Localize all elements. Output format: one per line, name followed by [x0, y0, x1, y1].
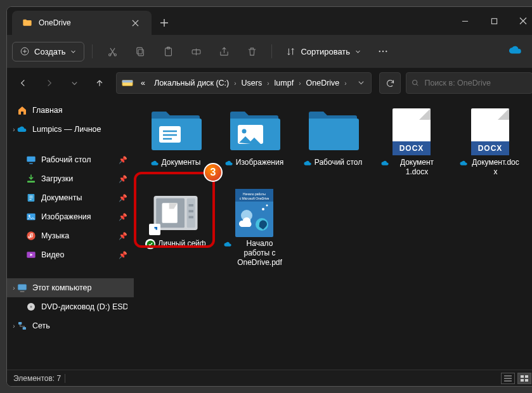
- sidebar-home[interactable]: Главная: [7, 101, 134, 120]
- chevron-right-icon[interactable]: ›: [10, 285, 18, 292]
- sync-ok-icon: [145, 239, 155, 249]
- svg-text:Начало работы: Начало работы: [243, 192, 266, 196]
- view-details-button[interactable]: [501, 373, 515, 384]
- breadcrumb-seg[interactable]: Users: [238, 76, 266, 90]
- svg-point-14: [413, 80, 417, 84]
- nav-up-button[interactable]: [88, 72, 111, 94]
- search-box[interactable]: [406, 72, 532, 94]
- pin-icon: 📌: [119, 251, 127, 259]
- desktop-icon: [26, 155, 36, 165]
- folder-icon: [22, 18, 32, 28]
- sidebar-network[interactable]: › Сеть: [7, 316, 134, 335]
- chevron-right-icon[interactable]: ›: [10, 323, 18, 330]
- chevron-right-icon[interactable]: ›: [234, 80, 236, 87]
- breadcrumb-seg[interactable]: Локальный диск (C:): [150, 76, 233, 90]
- content-pane[interactable]: Документы Изображения: [134, 98, 532, 370]
- folder-documents[interactable]: Документы: [145, 110, 206, 177]
- sidebar-this-pc[interactable]: › Этот компьютер: [7, 278, 134, 297]
- onedrive-status-icon[interactable]: [509, 43, 522, 60]
- cloud-status-icon: [224, 240, 232, 248]
- titlebar: OneDrive: [7, 7, 532, 35]
- chevron-right-icon[interactable]: ›: [299, 80, 301, 87]
- pc-icon: [17, 283, 27, 293]
- file-docx-1[interactable]: DOCX Документ 1.docx: [381, 110, 442, 177]
- videos-icon: [26, 250, 36, 260]
- docx-icon: DOCX: [385, 110, 438, 154]
- tab-close-button[interactable]: [126, 14, 144, 32]
- chevron-right-icon[interactable]: ›: [10, 126, 18, 133]
- view-large-icons-button[interactable]: [517, 373, 531, 384]
- chevron-right-icon[interactable]: ›: [267, 80, 269, 87]
- cloud-status-icon: [381, 159, 389, 167]
- item-label: Личный сейф: [158, 239, 205, 248]
- share-button[interactable]: [212, 41, 236, 62]
- folder-desktop[interactable]: Рабочий стол: [302, 110, 363, 177]
- search-input[interactable]: [424, 79, 527, 87]
- chevron-down-icon: [355, 49, 361, 55]
- minimize-button[interactable]: [450, 7, 479, 35]
- safe-icon: [149, 191, 202, 235]
- svg-rect-16: [27, 181, 35, 183]
- file-docx-2[interactable]: DOCX Документ.docx: [460, 110, 521, 177]
- new-button[interactable]: Создать: [12, 42, 84, 61]
- rename-button[interactable]: [184, 41, 208, 62]
- sidebar-label: Музыка: [41, 231, 69, 240]
- svg-rect-27: [23, 327, 26, 330]
- sidebar-documents[interactable]: Документы 📌: [7, 188, 134, 207]
- chevron-right-icon[interactable]: ›: [344, 80, 346, 87]
- explorer-window: OneDrive Создать Сортирова: [6, 6, 532, 387]
- sidebar-downloads[interactable]: Загрузки 📌: [7, 169, 134, 188]
- sidebar-music[interactable]: Музыка 📌: [7, 226, 134, 245]
- more-button[interactable]: [371, 41, 395, 62]
- copy-button[interactable]: [128, 41, 152, 62]
- breadcrumb-seg[interactable]: lumpf: [271, 76, 298, 90]
- file-personal-vault[interactable]: Личный сейф: [145, 191, 206, 267]
- pin-icon: 📌: [119, 175, 127, 183]
- search-icon: [412, 79, 419, 87]
- downloads-icon: [26, 174, 36, 184]
- home-icon: [17, 105, 27, 115]
- refresh-button[interactable]: [379, 72, 401, 94]
- sidebar-onedrive[interactable]: › Lumpics — Личное: [7, 120, 134, 139]
- new-tab-button[interactable]: [152, 11, 177, 35]
- delete-button[interactable]: [240, 41, 264, 62]
- folder-icon: [306, 110, 360, 154]
- close-button[interactable]: [509, 7, 532, 35]
- file-grid: Документы Изображения: [145, 110, 526, 267]
- sort-button[interactable]: Сортировать: [280, 43, 367, 60]
- maximize-button[interactable]: [479, 7, 509, 35]
- svg-point-19: [29, 215, 30, 217]
- svg-rect-48: [525, 375, 528, 378]
- annotation-badge: 3: [204, 163, 223, 182]
- sidebar-label: Главная: [32, 106, 63, 115]
- svg-point-9: [379, 51, 380, 52]
- breadcrumb-seg[interactable]: OneDrive: [302, 76, 344, 90]
- cut-button[interactable]: [100, 41, 124, 62]
- body: Главная › Lumpics — Личное Рабочий стол …: [7, 98, 532, 370]
- paste-button[interactable]: [156, 41, 180, 62]
- file-pdf-onboarding[interactable]: Начало работы с Microsoft OneDrive Н: [224, 191, 285, 267]
- statusbar: Элементов: 7: [7, 370, 532, 386]
- sidebar-pictures[interactable]: Изображения 📌: [7, 207, 134, 226]
- nav-back-button[interactable]: [12, 72, 35, 94]
- dvd-icon: [26, 302, 36, 312]
- folder-icon: [228, 110, 281, 154]
- folder-icon: [149, 110, 202, 154]
- folder-pictures[interactable]: Изображения: [224, 110, 285, 177]
- active-tab[interactable]: OneDrive: [12, 11, 152, 35]
- sidebar-desktop[interactable]: Рабочий стол 📌: [7, 150, 134, 169]
- sidebar-videos[interactable]: Видео 📌: [7, 245, 134, 264]
- svg-rect-37: [189, 216, 193, 219]
- sidebar-label: Этот компьютер: [32, 283, 91, 292]
- nav-forward-button[interactable]: [37, 72, 60, 94]
- breadcrumb-history-button[interactable]: [358, 79, 365, 87]
- svg-point-30: [242, 129, 247, 134]
- sidebar-dvd[interactable]: DVD-дисковод (D:) ESD-IS: [7, 297, 134, 316]
- sidebar-label: Документы: [41, 193, 82, 202]
- svg-point-3: [114, 53, 116, 55]
- nav-recent-button[interactable]: [63, 72, 86, 94]
- pin-icon: 📌: [119, 213, 127, 221]
- item-label: Рабочий стол: [315, 158, 362, 167]
- breadcrumb[interactable]: « Локальный диск (C:) › Users › lumpf › …: [116, 72, 372, 94]
- svg-rect-36: [189, 210, 193, 212]
